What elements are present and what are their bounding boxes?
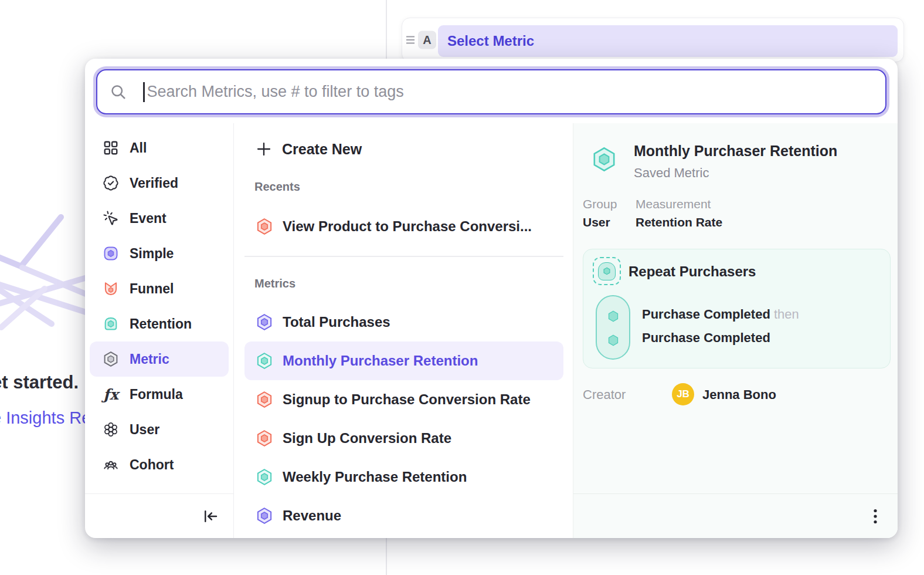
recent-item-label: View Product to Purchase Conversi... <box>283 218 532 235</box>
metric-list-item[interactable]: Signup to Purchase Conversion Rate <box>244 380 563 419</box>
select-metric-button[interactable]: Select Metric <box>438 25 898 57</box>
recents-section-header: Recents <box>254 180 300 194</box>
metric-item-label: Signup to Purchase Conversion Rate <box>283 391 531 408</box>
creator-label: Creator <box>583 387 626 402</box>
verified-badge-icon <box>103 175 119 191</box>
salmon-metric-hexagon-icon <box>256 429 273 447</box>
sidebar-item-label: Funnel <box>130 281 174 297</box>
sidebar-item-label: Event <box>130 211 167 226</box>
sidebar-item-user[interactable]: User <box>90 412 229 447</box>
grid-icon <box>103 140 119 156</box>
metric-item-label: Revenue <box>283 508 341 524</box>
filter-sidebar: All Verified <box>85 123 234 538</box>
section-divider <box>244 256 563 257</box>
series-letter-badge: A <box>418 31 436 49</box>
sidebar-item-label: User <box>130 422 159 438</box>
step-hexagon-icon <box>607 334 620 347</box>
metric-item-label: Weekly Purchase Retention <box>283 469 467 485</box>
saved-metric-hexagon-icon <box>591 146 617 172</box>
group-value: User <box>583 215 610 229</box>
purple-metric-hexagon-icon <box>256 313 273 331</box>
sidebar-item-label: Simple <box>130 246 174 262</box>
text-caret <box>143 82 145 102</box>
search-icon <box>110 83 127 101</box>
metric-list-item[interactable]: Revenue <box>244 496 563 535</box>
retention-icon <box>103 316 119 332</box>
funnel-metric-hexagon-icon <box>256 218 273 235</box>
teal-metric-hexagon-icon <box>256 352 273 370</box>
details-type-label: Saved Metric <box>634 165 709 181</box>
sidebar-item-retention[interactable]: Retention <box>90 306 229 341</box>
salmon-metric-hexagon-icon <box>256 391 273 408</box>
sidebar-item-label: Verified <box>130 175 178 191</box>
metric-list-item-selected[interactable]: Monthly Purchaser Retention <box>244 341 563 380</box>
metric-picker-modal: All Verified <box>85 59 898 538</box>
search-input[interactable] <box>147 83 886 101</box>
definition-step: Purchase Completed <box>642 330 770 346</box>
sequence-capsule-icon <box>596 295 630 360</box>
creator-avatar: JB <box>672 383 694 405</box>
sidebar-item-label: Cohort <box>130 457 174 473</box>
metric-item-label: Sign Up Conversion Rate <box>283 430 451 447</box>
collapse-sidebar-icon[interactable] <box>202 508 219 525</box>
metric-list: Total Purchases Monthly Purchaser Retent… <box>244 303 563 535</box>
sidebar-item-metric[interactable]: Metric <box>90 341 229 377</box>
recent-item[interactable]: View Product to Purchase Conversi... <box>244 207 563 246</box>
sidebar-footer <box>85 493 233 538</box>
sidebar-item-label: Formula <box>130 387 183 402</box>
step-event-name: Purchase Completed <box>642 307 770 322</box>
teal-metric-hexagon-icon <box>256 468 273 486</box>
repeat-purchasers-icon <box>593 257 621 285</box>
sidebar-item-simple[interactable]: Simple <box>90 236 229 271</box>
definition-name: Repeat Purchasers <box>629 263 756 280</box>
creator-name: Jenna Bono <box>702 387 776 402</box>
query-builder-row: A Select Metric <box>402 18 904 62</box>
search-box[interactable] <box>96 69 886 114</box>
sidebar-item-label: Metric <box>130 351 169 367</box>
drag-handle-icon[interactable] <box>406 36 415 45</box>
metrics-section-header: Metrics <box>254 277 295 290</box>
sidebar-item-all[interactable]: All <box>90 130 229 165</box>
sidebar-item-label: All <box>130 140 147 156</box>
sidebar-item-funnel[interactable]: Funnel <box>90 271 229 306</box>
background-heading-partial: et started. <box>0 372 79 393</box>
cohort-icon <box>103 456 119 473</box>
purple-metric-hexagon-icon <box>256 507 273 525</box>
create-new-button[interactable]: Create New <box>244 136 362 162</box>
step-connector: then <box>774 307 799 322</box>
measurement-value: Retention Rate <box>636 215 722 229</box>
results-column: Create New Recents View Product to Purch… <box>234 123 573 538</box>
formula-icon: ƒx <box>103 386 119 403</box>
sidebar-item-cohort[interactable]: Cohort <box>90 447 229 482</box>
event-cursor-icon <box>103 210 119 226</box>
metric-list-item[interactable]: Weekly Purchase Retention <box>244 458 563 496</box>
step-hexagon-icon <box>607 310 620 323</box>
simple-metric-icon <box>103 245 119 262</box>
funnel-icon <box>103 280 119 297</box>
sidebar-item-event[interactable]: Event <box>90 201 229 236</box>
measurement-label: Measurement <box>636 197 711 211</box>
plus-icon <box>256 141 272 157</box>
sidebar-item-formula[interactable]: ƒx Formula <box>90 377 229 412</box>
search-focus-ring <box>93 66 889 117</box>
metric-hexagon-icon <box>103 351 119 367</box>
create-new-label: Create New <box>282 141 362 158</box>
metric-item-label: Monthly Purchaser Retention <box>283 353 478 369</box>
metric-definition-card: Repeat Purchasers Purchase Completed the… <box>583 249 891 368</box>
user-profile-icon <box>103 421 119 438</box>
details-footer <box>573 493 898 538</box>
details-title: Monthly Purchaser Retention <box>634 143 837 160</box>
sidebar-item-verified[interactable]: Verified <box>90 165 229 201</box>
metric-item-label: Total Purchases <box>283 314 390 330</box>
hexagon-icon <box>602 266 612 276</box>
background-link-partial[interactable]: e Insights Re <box>0 408 91 428</box>
group-label: Group <box>583 197 617 211</box>
step-event-name: Purchase Completed <box>642 330 770 345</box>
metric-list-item[interactable]: Sign Up Conversion Rate <box>244 419 563 458</box>
metric-details-panel: Monthly Purchaser Retention Saved Metric… <box>573 123 898 538</box>
metric-picker-screen: et started. e Insights Re A Select Metri… <box>0 0 924 575</box>
metric-list-item[interactable]: Total Purchases <box>244 303 563 341</box>
retention-shape-icon <box>598 262 616 280</box>
kebab-menu-icon[interactable] <box>873 509 878 524</box>
sidebar-item-label: Retention <box>130 316 192 332</box>
